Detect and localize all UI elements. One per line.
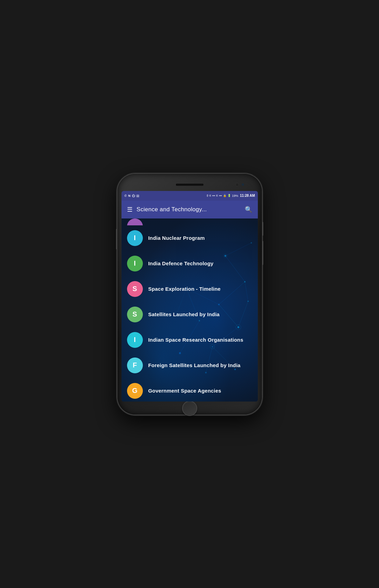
bitcoin-icon: ₿ — [207, 194, 208, 197]
list-item[interactable]: G Government Space Agencies — [122, 378, 258, 402]
battery-percent: 19% — [232, 194, 238, 197]
avatar: G — [127, 383, 143, 399]
partial-avatar — [127, 218, 143, 225]
avatar: I — [127, 256, 143, 271]
item-label: India Defence Technology — [148, 260, 214, 266]
avatar: F — [127, 357, 143, 373]
item-label: Government Space Agencies — [148, 388, 221, 394]
battery-icon: 🔋 — [228, 194, 231, 197]
volume-button[interactable] — [116, 229, 117, 249]
speaker-grille — [176, 184, 203, 186]
camera — [235, 183, 239, 186]
phone-bottom — [122, 403, 258, 414]
status-left-icons: ✆ N ⏻ ▤ — [124, 194, 140, 197]
sensor — [242, 183, 244, 186]
power-icon: ⏻ — [132, 194, 135, 197]
app-title: Science and Technology... — [137, 206, 241, 213]
signal-bars2: ▪▪▪ — [219, 194, 222, 197]
avatar: I — [127, 332, 143, 348]
list-item[interactable]: I Indian Space Research Organisations — [122, 327, 258, 353]
home-button[interactable] — [182, 401, 197, 416]
sim-icon: ▤ — [136, 194, 139, 197]
phone-screen: ✆ N ⏻ ▤ ₿ E ▪▪▪ E ▪▪▪ 🔒 🔋 19% 11:28 AM ☰… — [122, 191, 258, 402]
list-item[interactable]: F Foreign Satellites Launched by India — [122, 353, 258, 378]
volume-right-button[interactable] — [262, 241, 263, 265]
list-item[interactable]: I India Nuclear Program — [122, 225, 258, 251]
status-bar: ✆ N ⏻ ▤ ₿ E ▪▪▪ E ▪▪▪ 🔒 🔋 19% 11:28 AM — [122, 191, 258, 201]
phone-top-bar — [122, 180, 258, 190]
item-label: Satellites Launched by India — [148, 311, 220, 317]
time-display: 11:28 AM — [240, 194, 255, 197]
list-item[interactable]: I India Defence Technology — [122, 251, 258, 276]
signal-e1: E — [209, 194, 211, 197]
item-label: Space Exploration - Timeline — [148, 286, 221, 292]
avatar: I — [127, 230, 143, 246]
signal-bars1: ▪▪▪ — [212, 194, 215, 197]
hamburger-menu-icon[interactable]: ☰ — [127, 206, 133, 213]
partial-list-item — [122, 218, 258, 225]
signal-e2: E — [216, 194, 218, 197]
status-right-info: ₿ E ▪▪▪ E ▪▪▪ 🔒 🔋 19% 11:28 AM — [207, 194, 255, 197]
app-bar: ☰ Science and Technology... 🔍 — [122, 201, 258, 218]
search-icon[interactable]: 🔍 — [245, 206, 252, 213]
list-item[interactable]: S Space Exploration - Timeline — [122, 276, 258, 302]
call-icon: ✆ — [124, 194, 127, 197]
power-button[interactable] — [262, 222, 263, 236]
item-label: India Nuclear Program — [148, 235, 205, 241]
n-icon: N — [128, 194, 131, 197]
avatar: S — [127, 307, 143, 322]
phone-frame: ✆ N ⏻ ▤ ₿ E ▪▪▪ E ▪▪▪ 🔒 🔋 19% 11:28 AM ☰… — [117, 174, 262, 415]
item-label: Indian Space Research Organisations — [148, 337, 243, 343]
item-label: Foreign Satellites Launched by India — [148, 362, 241, 368]
list-item[interactable]: S Satellites Launched by India — [122, 302, 258, 327]
article-list: I India Nuclear Program I India Defence … — [122, 218, 258, 402]
avatar: S — [127, 281, 143, 297]
lock-icon: 🔒 — [223, 194, 227, 197]
